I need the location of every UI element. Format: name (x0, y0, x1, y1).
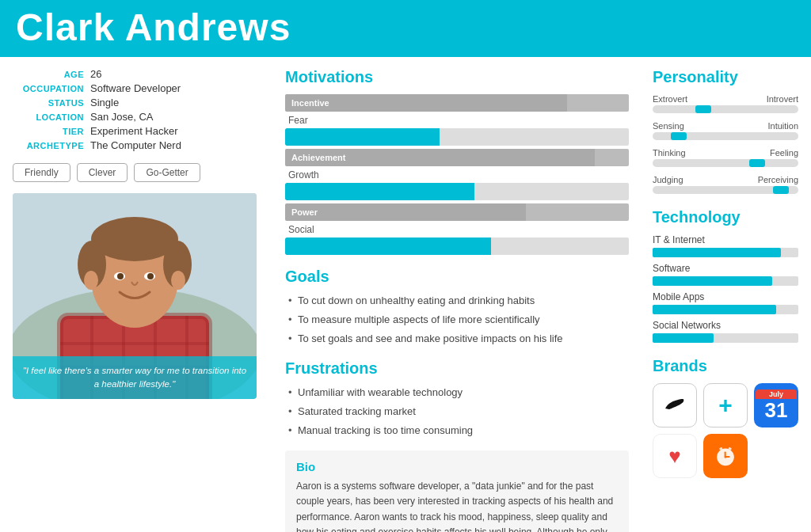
svg-point-19 (84, 271, 98, 290)
motivation-bar-label: Achievement (291, 153, 345, 162)
brand-health-icon: ♥ (653, 434, 697, 478)
profile-photo: "I feel like there's a smarter way for m… (13, 193, 257, 399)
info-row: AGE26 (13, 68, 257, 80)
info-label: LOCATION (13, 112, 84, 122)
tech-label: Social Networks (653, 320, 798, 331)
motivations-bars: Incentive Fear Achievement Growth Power … (285, 94, 629, 255)
info-label: ARCHETYPE (13, 141, 84, 150)
tech-bar-fill (653, 305, 776, 314)
page-title: Clark Andrews (16, 6, 291, 49)
info-value: Experiment Hacker (90, 125, 178, 137)
info-label: AGE (13, 70, 84, 79)
brands-title: Brands (653, 357, 798, 375)
personality-row: Extrovert Introvert (653, 94, 798, 113)
personality-right-label: Intuition (767, 121, 798, 131)
motivation-bar-fill (285, 203, 526, 221)
motivation-bar-row: Power (285, 203, 629, 221)
personality-row: Thinking Feeling (653, 148, 798, 167)
quote-box: "I feel like there's a smarter way for m… (13, 356, 257, 400)
info-label: TIER (13, 127, 84, 136)
info-value: Single (90, 97, 119, 108)
tag[interactable]: Friendly (13, 163, 70, 182)
motivation-bar-row: Growth (285, 169, 629, 200)
tech-bar-fill (653, 248, 781, 257)
info-row: STATUSSingle (13, 97, 257, 108)
personality-left-label: Judging (653, 175, 683, 184)
motivation-bar-fill (285, 128, 440, 146)
tag[interactable]: Clever (77, 163, 128, 182)
frustration-item: Manual tracking is too time consuming (285, 424, 629, 438)
personality-row: Judging Perceiving (653, 175, 798, 194)
personality-left-label: Extrovert (653, 94, 687, 104)
tech-bars: IT & Internet Software Mobile Apps Socia… (653, 234, 798, 343)
header: Clark Andrews (0, 0, 811, 57)
info-row: LOCATIONSan Jose, CA (13, 111, 257, 123)
main-content: AGE26OCCUPATIONSoftware DeveloperSTATUSS… (0, 57, 811, 532)
personality-left-label: Sensing (653, 121, 684, 131)
brands-section: Brands +July31♥ (653, 357, 798, 478)
tech-bar-bg (653, 248, 798, 257)
personality-rows: Extrovert Introvert Sensing Intuition Th… (653, 94, 798, 194)
info-row: TIERExperiment Hacker (13, 125, 257, 137)
personality-indicator (773, 186, 789, 194)
bio-text: Aaron is a systems software developer, a… (296, 479, 618, 532)
svg-point-20 (171, 271, 185, 290)
tech-bar-fill (653, 333, 714, 343)
personality-track (653, 186, 798, 194)
motivation-bar-row: Social (285, 224, 629, 255)
brand-calendar-icon: July31 (754, 383, 798, 428)
motivation-bar-row: Achievement (285, 149, 629, 166)
motivation-bar-bg (285, 128, 629, 146)
info-label: OCCUPATION (13, 84, 84, 93)
motivation-bar-row: Incentive (285, 94, 629, 112)
info-value: 26 (90, 68, 101, 80)
right-column: Personality Extrovert Introvert Sensing … (645, 57, 811, 532)
info-table: AGE26OCCUPATIONSoftware DeveloperSTATUSS… (13, 68, 257, 154)
frustration-item: Unfamiliar with wearable technology (285, 386, 629, 400)
goal-item: To set goals and see and make positive i… (285, 332, 629, 346)
info-value: San Jose, CA (90, 111, 154, 123)
bio-title: Bio (296, 460, 618, 473)
middle-column: Motivations Incentive Fear Achievement G… (269, 57, 645, 532)
motivation-bar-bg: Power (285, 203, 629, 221)
personality-right-label: Introvert (767, 94, 798, 104)
motivations-title: Motivations (285, 68, 629, 86)
info-value: The Computer Nerd (90, 139, 181, 151)
info-label: STATUS (13, 98, 84, 108)
frustration-item: Saturated tracking market (285, 405, 629, 419)
motivation-bar-bg (285, 183, 629, 200)
brand-alarm-icon (703, 434, 748, 478)
brand-plus-icon: + (703, 383, 748, 428)
tag[interactable]: Go-Getter (134, 163, 200, 182)
tech-row: Software (653, 263, 798, 286)
svg-point-18 (147, 273, 154, 279)
tech-bar-bg (653, 305, 798, 314)
tech-row: Mobile Apps (653, 291, 798, 314)
motivation-bar-label: Power (291, 207, 318, 217)
left-column: AGE26OCCUPATIONSoftware DeveloperSTATUSS… (0, 57, 269, 532)
technology-section: Technology IT & Internet Software Mobile… (653, 208, 798, 343)
personality-row: Sensing Intuition (653, 121, 798, 140)
personality-right-label: Feeling (770, 148, 798, 158)
info-value: Software Developer (90, 82, 181, 94)
tech-label: Mobile Apps (653, 291, 798, 302)
goal-item: To cut down on unhealthy eating and drin… (285, 294, 629, 308)
tech-label: IT & Internet (653, 234, 798, 245)
personality-section: Personality Extrovert Introvert Sensing … (653, 68, 798, 194)
goals-list: To cut down on unhealthy eating and drin… (285, 294, 629, 347)
motivation-bar-bg (285, 238, 629, 255)
personality-indicator (695, 105, 711, 113)
info-row: OCCUPATIONSoftware Developer (13, 82, 257, 94)
svg-point-17 (117, 273, 124, 279)
motivation-bar-bg: Incentive (285, 94, 629, 112)
brands-icons: +July31♥ (653, 383, 798, 478)
personality-indicator (671, 132, 687, 140)
motivation-bar-fill (285, 183, 474, 200)
tech-bar-bg (653, 333, 798, 343)
tech-bar-bg (653, 276, 798, 286)
motivation-bar-label: Incentive (291, 98, 329, 108)
tech-row: IT & Internet (653, 234, 798, 257)
tech-bar-fill (653, 276, 772, 286)
brand-nike-icon (653, 383, 697, 428)
frustrations-list: Unfamiliar with wearable technologySatur… (285, 386, 629, 439)
